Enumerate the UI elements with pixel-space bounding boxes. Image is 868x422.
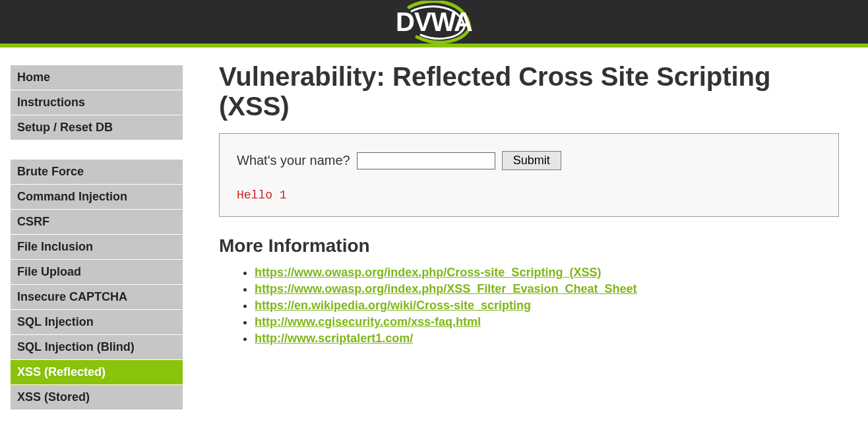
sidebar: HomeInstructionsSetup / Reset DBBrute Fo…: [10, 65, 183, 422]
info-link[interactable]: https://en.wikipedia.org/wiki/Cross-site…: [255, 299, 531, 312]
page-title: Vulnerability: Reflected Cross Site Scri…: [219, 62, 848, 121]
sidebar-item-instructions[interactable]: Instructions: [10, 90, 183, 115]
sidebar-item-brute-force[interactable]: Brute Force: [10, 159, 183, 184]
name-input[interactable]: [357, 152, 495, 169]
list-item: https://www.owasp.org/index.php/Cross-si…: [255, 266, 848, 280]
sidebar-item-xss-stored[interactable]: XSS (Stored): [10, 384, 183, 410]
name-label: What's your name?: [237, 153, 350, 168]
info-link[interactable]: https://www.owasp.org/index.php/XSS_Filt…: [255, 282, 636, 295]
sidebar-item-file-inclusion[interactable]: File Inclusion: [10, 234, 183, 259]
sidebar-item-csrf[interactable]: CSRF: [10, 209, 183, 234]
list-item: http://www.scriptalert1.com/: [255, 332, 848, 346]
list-item: https://www.owasp.org/index.php/XSS_Filt…: [255, 282, 848, 296]
sidebar-item-home[interactable]: Home: [10, 65, 183, 90]
info-link[interactable]: http://www.cgisecurity.com/xss-faq.html: [255, 315, 481, 328]
sidebar-item-insecure-captcha[interactable]: Insecure CAPTCHA: [10, 284, 183, 309]
name-form-box: What's your name? Submit Hello 1: [219, 133, 839, 217]
more-info-heading: More Information: [219, 235, 848, 256]
info-link[interactable]: https://www.owasp.org/index.php/Cross-si…: [255, 266, 601, 279]
main-content: Vulnerability: Reflected Cross Site Scri…: [183, 47, 868, 368]
more-info-links: https://www.owasp.org/index.php/Cross-si…: [219, 266, 848, 346]
info-link[interactable]: http://www.scriptalert1.com/: [255, 332, 413, 345]
logo-text: DVWA: [396, 7, 472, 37]
list-item: https://en.wikipedia.org/wiki/Cross-site…: [255, 299, 848, 313]
sidebar-item-xss-reflected[interactable]: XSS (Reflected): [10, 359, 183, 384]
logo: DVWA: [396, 7, 472, 37]
sidebar-item-setup-reset-db[interactable]: Setup / Reset DB: [10, 115, 183, 140]
sidebar-item-sql-injection-blind[interactable]: SQL Injection (Blind): [10, 334, 183, 359]
sidebar-item-command-injection[interactable]: Command Injection: [10, 184, 183, 209]
submit-button[interactable]: Submit: [502, 151, 561, 170]
list-item: http://www.cgisecurity.com/xss-faq.html: [255, 315, 848, 329]
top-banner: DVWA: [0, 0, 868, 44]
sidebar-item-sql-injection[interactable]: SQL Injection: [10, 309, 183, 334]
result-output: Hello 1: [237, 189, 821, 202]
sidebar-item-file-upload[interactable]: File Upload: [10, 259, 183, 284]
